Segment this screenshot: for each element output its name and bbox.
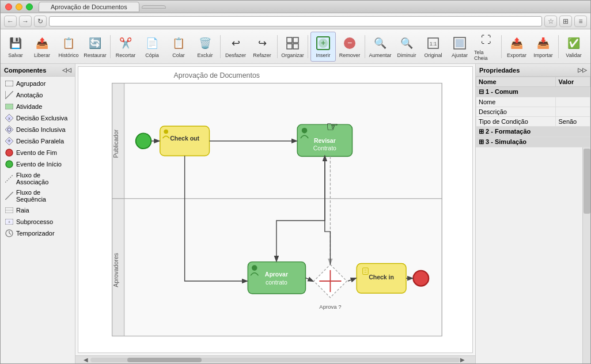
original-button[interactable]: 1:1 Original bbox=[420, 32, 446, 62]
scroll-left-button[interactable]: ◀ bbox=[84, 357, 90, 363]
inserir-button[interactable]: + Inserir bbox=[310, 32, 336, 62]
temporizador-label: Temporizador bbox=[16, 230, 55, 237]
sidebar-item-atividade[interactable]: Atividade bbox=[1, 101, 75, 112]
sep-3 bbox=[277, 35, 278, 58]
sidebar-item-decisao-paralela[interactable]: + Decisão Paralela bbox=[1, 135, 75, 147]
validar-button[interactable]: ✅ Validar bbox=[561, 32, 586, 62]
colar-label: Colar bbox=[172, 52, 185, 58]
prop-tipo-value[interactable]: Senão bbox=[556, 117, 590, 127]
sep-2 bbox=[220, 35, 221, 58]
organizar-button[interactable]: Organizar bbox=[280, 32, 305, 62]
sidebar-item-decisao-exclusiva[interactable]: x Decisão Exclusiva bbox=[1, 112, 75, 124]
diagram-container[interactable]: ☞ Aprovação de Documentos Publicador Apr… bbox=[78, 66, 473, 353]
importar-button[interactable]: 📥 Importar bbox=[531, 32, 556, 62]
sidebar-item-evento-inicio[interactable]: Evento de Início bbox=[1, 158, 75, 170]
anotacao-icon bbox=[5, 91, 13, 99]
liberar-icon: 📤 bbox=[34, 35, 50, 51]
excluir-icon: 🗑️ bbox=[197, 35, 213, 51]
temporizador-icon bbox=[5, 229, 13, 237]
checkin-label: Check in bbox=[369, 274, 394, 280]
desfazer-button[interactable]: ↩ Desfazer bbox=[223, 32, 248, 62]
main-window: Aprovação de Documentos ← → ↻ ☆ ⊞ ≡ 💾 Sa… bbox=[0, 0, 591, 364]
maximize-button[interactable] bbox=[26, 3, 33, 10]
organizar-label: Organizar bbox=[281, 52, 304, 58]
extensions-button[interactable]: ⊞ bbox=[559, 16, 572, 27]
tab-1[interactable]: Aprovação de Documentos bbox=[39, 2, 139, 12]
properties-panel: Propriedades ▷▷ Nome Valor ⊟ 1 - Comum bbox=[475, 64, 590, 363]
forward-button[interactable]: → bbox=[19, 16, 32, 27]
sidebar-item-anotacao[interactable]: Anotação bbox=[1, 89, 75, 101]
copia-button[interactable]: 📄 Cópia bbox=[139, 32, 165, 62]
raia-icon bbox=[5, 206, 13, 214]
exportar-button[interactable]: 📤 Exportar bbox=[504, 32, 529, 62]
colar-icon: 📋 bbox=[171, 35, 187, 51]
excluir-button[interactable]: 🗑️ Excluir bbox=[192, 32, 218, 62]
refazer-button[interactable]: ↪ Refazer bbox=[249, 32, 275, 62]
tab-bar: Aprovação de Documentos bbox=[39, 2, 586, 12]
properties-expand-button[interactable]: ▷▷ bbox=[578, 67, 587, 73]
svg-text:+: + bbox=[7, 138, 11, 144]
right-panel-scroll-area bbox=[476, 147, 590, 363]
tab-2[interactable] bbox=[142, 5, 166, 9]
excluir-label: Excluir bbox=[197, 52, 213, 58]
prop-section-1-comum[interactable]: ⊟ 1 - Comum bbox=[476, 87, 590, 97]
sidebar-item-temporizador[interactable]: Temporizador bbox=[1, 227, 75, 239]
aumentar-button[interactable]: 🔍 Aumentar bbox=[368, 32, 393, 62]
svg-line-33 bbox=[9, 233, 11, 234]
revisar-label: Revisar bbox=[314, 138, 336, 144]
historico-button[interactable]: 📋 Histórico bbox=[56, 32, 81, 62]
liberar-button[interactable]: 📤 Liberar bbox=[29, 32, 55, 62]
sidebar-item-fluxo-associacao[interactable]: Fluxo de Associação bbox=[1, 170, 75, 187]
atividade-icon bbox=[5, 103, 13, 111]
sep-5 bbox=[365, 35, 365, 58]
components-collapse-button[interactable]: ◁◁ bbox=[62, 67, 71, 73]
diminuir-button[interactable]: 🔍 Diminuir bbox=[394, 32, 419, 62]
horizontal-scrollbar[interactable]: ◀ ▶ bbox=[75, 355, 475, 363]
prop-section-2-formatacao[interactable]: ⊞ 2 - Formatação bbox=[476, 127, 590, 137]
menu-button[interactable]: ≡ bbox=[574, 16, 587, 27]
end-event[interactable] bbox=[413, 271, 429, 286]
svg-rect-12 bbox=[456, 39, 464, 47]
aprovar-label: Aprovar bbox=[265, 271, 288, 278]
sidebar-item-agrupador[interactable]: Agrupador bbox=[1, 78, 75, 89]
svg-point-40 bbox=[302, 128, 308, 134]
checkout-label: Check out bbox=[170, 135, 199, 142]
evento-inicio-label: Evento de Início bbox=[16, 161, 62, 168]
prop-section-3-simulacao[interactable]: ⊞ 3 - Simulação bbox=[476, 137, 590, 147]
ajustar-button[interactable]: Ajustar bbox=[447, 32, 472, 62]
scroll-thumb[interactable] bbox=[127, 358, 201, 362]
prop-nome-value[interactable] bbox=[556, 97, 590, 107]
sidebar-item-raia[interactable]: Raia bbox=[1, 204, 75, 216]
restaurar-button[interactable]: 🔄 Restaurar bbox=[82, 32, 108, 62]
sidebar-item-fluxo-sequencia[interactable]: Fluxo de Sequência bbox=[1, 187, 75, 204]
fluxo-associacao-icon bbox=[5, 175, 13, 183]
reload-button[interactable]: ↻ bbox=[34, 16, 47, 27]
salvar-button[interactable]: 💾 Salvar bbox=[3, 32, 28, 62]
sidebar-item-decisao-inclusiva[interactable]: Decisão Inclusiva bbox=[1, 124, 75, 135]
title-bar: Aprovação de Documentos bbox=[1, 1, 590, 13]
bookmark-button[interactable]: ☆ bbox=[544, 16, 557, 27]
back-button[interactable]: ← bbox=[4, 16, 17, 27]
lane-aprovadores-label: Aprovadores bbox=[113, 253, 119, 287]
tela-cheia-button[interactable]: ⛶ Tela Cheia bbox=[473, 32, 499, 62]
prop-row-tipo-condicao: Tipo de Condição Senão bbox=[476, 117, 590, 127]
minimize-button[interactable] bbox=[16, 3, 22, 10]
sidebar-item-subprocesso[interactable]: + Subprocesso bbox=[1, 216, 75, 227]
remover-button[interactable]: − Remover bbox=[337, 32, 362, 62]
right-scroll-thumb[interactable] bbox=[584, 149, 590, 214]
prop-descricao-value[interactable] bbox=[556, 107, 590, 117]
sep-4 bbox=[308, 35, 308, 58]
svg-text:−: − bbox=[347, 38, 352, 47]
start-event[interactable] bbox=[136, 133, 151, 149]
decisao-paralela-label: Decisão Paralela bbox=[16, 138, 64, 145]
scroll-right-button[interactable]: ▶ bbox=[460, 357, 467, 363]
right-scrollbar[interactable] bbox=[582, 147, 590, 363]
section-3-label: 3 - Simulação bbox=[486, 138, 526, 145]
url-input[interactable] bbox=[49, 16, 542, 26]
sidebar-item-evento-fim[interactable]: Evento de Fim bbox=[1, 147, 75, 158]
ajustar-icon bbox=[452, 35, 468, 51]
colar-button[interactable]: 📋 Colar bbox=[166, 32, 191, 62]
recortar-button[interactable]: ✂️ Recortar bbox=[113, 32, 138, 62]
close-button[interactable] bbox=[5, 3, 12, 10]
copia-icon: 📄 bbox=[144, 35, 160, 51]
